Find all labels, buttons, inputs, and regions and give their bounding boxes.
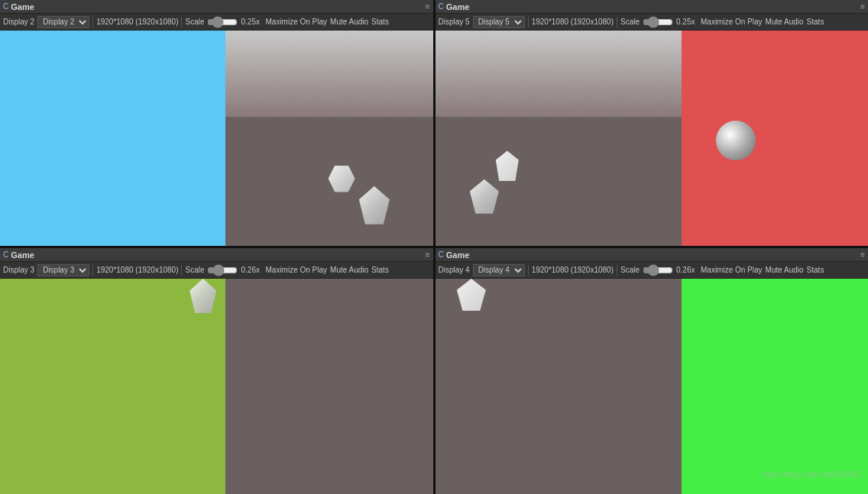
- panel-1-blue-rect: [0, 31, 225, 246]
- panel-1-display-label: Display 2: [3, 18, 34, 26]
- panel-1-title: Game: [11, 2, 34, 11]
- panel-1-display-select[interactable]: Display 2: [37, 16, 89, 28]
- panel-1-mute[interactable]: Mute Audio: [330, 18, 368, 26]
- sep-8: [617, 265, 617, 276]
- panel-4-stats[interactable]: Stats: [807, 266, 824, 274]
- panel-2-gem-3: [470, 179, 499, 214]
- panel-4-scale-label: Scale: [620, 266, 640, 274]
- panel-3-title: Game: [11, 250, 34, 260]
- sep-3: [528, 17, 529, 27]
- game-icon-4: C: [439, 250, 444, 259]
- panel-3-titlebar: C Game ≡: [0, 248, 433, 262]
- panel-1-bg: [0, 31, 433, 246]
- panel-2-titlebar: C Game ≡: [436, 0, 869, 14]
- panel-4-titlebar: C Game ≡: [436, 248, 869, 262]
- panel-2-sky: [436, 31, 682, 117]
- panel-4-menu[interactable]: ≡: [860, 250, 865, 259]
- panel-2-scale-slider[interactable]: [643, 18, 673, 26]
- panel-3-menu[interactable]: ≡: [426, 250, 430, 259]
- panel-2-resolution: 1920*1080 (1920x1080): [532, 18, 614, 26]
- panel-3-bg: [0, 279, 433, 494]
- panel-1-viewport: [0, 31, 433, 246]
- game-panel-3: C Game ≡ Display 3 Display 3 1920*1080 (…: [0, 248, 433, 494]
- panel-4-mute[interactable]: Mute Audio: [766, 266, 804, 274]
- panel-1-menu[interactable]: ≡: [426, 2, 430, 11]
- panel-4-display-select[interactable]: Display 4: [473, 264, 525, 276]
- panel-2-mute[interactable]: Mute Audio: [766, 18, 804, 26]
- panel-3-viewport: [0, 279, 433, 494]
- panel-2-menu[interactable]: ≡: [860, 2, 865, 11]
- panel-2-bg: [436, 31, 869, 246]
- sep-5: [92, 265, 93, 276]
- panel-1-resolution: 1920*1080 (1920x1080): [96, 18, 178, 26]
- panel-3-maximize[interactable]: Maximize On Play: [265, 266, 327, 274]
- panel-4-bg: [436, 279, 869, 494]
- panel-3-scale-value: 0.26x: [241, 266, 262, 274]
- panel-1-gem-1: [359, 186, 390, 224]
- panel-4-title: Game: [446, 250, 470, 260]
- panel-1-scale-label: Scale: [185, 18, 204, 26]
- panel-2-stats[interactable]: Stats: [807, 18, 824, 26]
- panel-4-display-label: Display 4: [439, 266, 470, 274]
- game-icon-2: C: [439, 2, 444, 11]
- panel-4-resolution: 1920*1080 (1920x1080): [532, 266, 614, 274]
- panel-1-scale-value: 0.25x: [241, 18, 262, 26]
- panel-2-scale-label: Scale: [620, 18, 640, 26]
- game-panel-4: C Game ≡ Display 4 Display 4 1920*1080 (…: [436, 248, 869, 494]
- panel-1-scale-slider[interactable]: [207, 18, 238, 26]
- panel-3-display-select[interactable]: Display 3: [37, 264, 89, 276]
- panel-2-gem-4: [496, 150, 519, 181]
- panel-2-display-label: Display 5: [439, 18, 470, 26]
- panel-4-scale-value: 0.26x: [676, 266, 698, 274]
- game-panel-2: C Game ≡ Display 5 Display 5 1920*1080 (…: [436, 0, 869, 246]
- panel-2-maximize[interactable]: Maximize On Play: [701, 18, 763, 26]
- panel-3-scale-slider[interactable]: [207, 266, 238, 274]
- sep-7: [528, 265, 529, 276]
- panel-3-green-rect: [0, 279, 225, 494]
- panel-2-display-select[interactable]: Display 5: [473, 16, 525, 28]
- sep-4: [617, 17, 617, 27]
- sep-2: [181, 17, 182, 27]
- panel-2-scale-value: 0.25x: [676, 18, 698, 26]
- panel-3-scale-label: Scale: [185, 266, 204, 274]
- panel-3-mute[interactable]: Mute Audio: [330, 266, 368, 274]
- panel-3-toolbar: Display 3 Display 3 1920*1080 (1920x1080…: [0, 262, 433, 279]
- panel-4-maximize[interactable]: Maximize On Play: [701, 266, 763, 274]
- panel-4-scale-slider[interactable]: [643, 266, 673, 274]
- game-icon-1: C: [3, 2, 8, 11]
- panel-1-gem-2: [329, 166, 355, 192]
- sep-1: [92, 17, 93, 27]
- panel-2-sphere: [716, 121, 756, 160]
- panel-1-titlebar: C Game ≡: [0, 0, 433, 14]
- panel-3-resolution: 1920*1080 (1920x1080): [96, 266, 178, 274]
- panel-4-gem-6: [457, 279, 486, 311]
- panel-3-display-label: Display 3: [3, 266, 34, 274]
- panel-4-toolbar: Display 4 Display 4 1920*1080 (1920x1080…: [436, 262, 869, 279]
- panel-2-viewport: [436, 31, 869, 246]
- game-icon-3: C: [3, 250, 8, 259]
- panel-2-toolbar: Display 5 Display 5 1920*1080 (1920x1080…: [436, 14, 869, 31]
- panel-1-stats[interactable]: Stats: [371, 18, 389, 26]
- panel-1-sky: [225, 31, 433, 117]
- panel-1-toolbar: Display 2 Display 2 1920*1080 (1920x1080…: [0, 14, 433, 31]
- sep-6: [181, 265, 182, 276]
- panel-4-viewport: [436, 279, 869, 494]
- main-container: C Game ≡ Display 2 Display 2 1920*1080 (…: [0, 0, 868, 494]
- game-panel-1: C Game ≡ Display 2 Display 2 1920*1080 (…: [0, 0, 433, 246]
- panel-3-stats[interactable]: Stats: [371, 266, 389, 274]
- panel-2-red-rect: [682, 31, 868, 246]
- panel-2-title: Game: [446, 2, 470, 11]
- panel-1-maximize[interactable]: Maximize On Play: [265, 18, 327, 26]
- panel-4-green-rect: [682, 279, 868, 494]
